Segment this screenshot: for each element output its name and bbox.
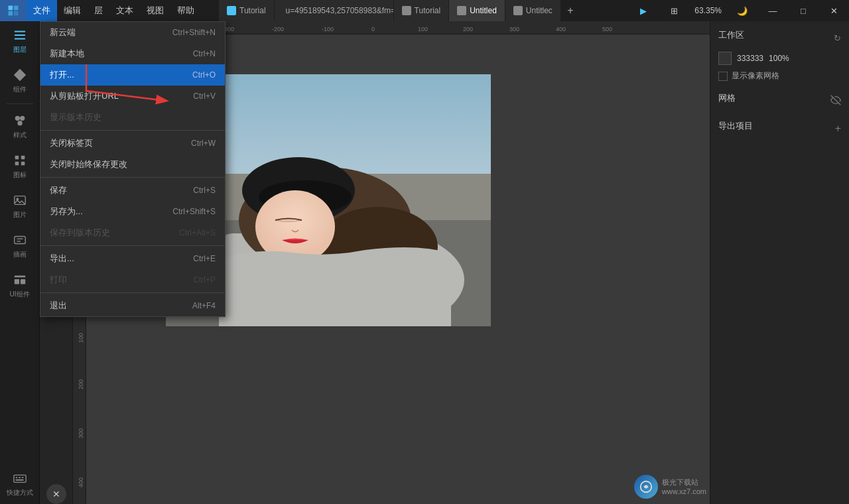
menu-help[interactable]: 帮助	[170, 0, 201, 21]
menu-quit[interactable]: 退出 Alt+F4	[40, 295, 225, 316]
titlebar: 文件 编辑 层 文本 视图 帮助 Tutorial u=495189543,25…	[0, 0, 849, 21]
svg-rect-3	[14, 11, 19, 16]
menu-new-cloud[interactable]: 新云端 Ctrl+Shift+N	[40, 22, 225, 43]
menu-text[interactable]: 文本	[109, 0, 140, 21]
menu-open-url[interactable]: 从剪贴板打开URL Ctrl+V	[40, 86, 225, 107]
app-icon	[0, 0, 27, 21]
menubar: 文件 编辑 层 文本 视图 帮助	[27, 0, 201, 21]
dropdown-overlay[interactable]: 新云端 Ctrl+Shift+N 新建本地 Ctrl+N 打开... Ctrl+…	[0, 21, 849, 504]
svg-rect-1	[14, 6, 19, 11]
svg-rect-0	[9, 6, 13, 11]
menu-open[interactable]: 打开... Ctrl+O	[40, 64, 225, 86]
moon-button[interactable]: 🌙	[727, 0, 757, 21]
menu-divider2	[40, 177, 225, 178]
minimize-button[interactable]: —	[757, 0, 788, 21]
menu-export[interactable]: 导出... Ctrl+E	[40, 248, 225, 269]
tab-icon	[457, 6, 466, 15]
play-button[interactable]: ▶	[628, 0, 659, 21]
menu-save-version: 保存到版本历史 Ctrl+Alt+S	[40, 222, 225, 243]
menu-divider4	[40, 292, 225, 293]
titlebar-right: ▶ ⊞ 63.35% 🌙 — □ ✕	[628, 0, 849, 21]
tab-add-button[interactable]: +	[561, 1, 580, 20]
menu-new-local[interactable]: 新建本地 Ctrl+N	[40, 43, 225, 64]
menu-close-tab[interactable]: 关闭标签页 Ctrl+W	[40, 133, 225, 154]
menu-file[interactable]: 文件	[27, 0, 57, 21]
tab-tutorial2[interactable]: Tutorial	[394, 0, 450, 21]
menu-edit[interactable]: 编辑	[57, 0, 88, 21]
grid-button[interactable]: ⊞	[659, 0, 689, 21]
menu-version-history: 显示版本历史	[40, 107, 225, 128]
menu-divider1	[40, 130, 225, 131]
menu-close-autosave[interactable]: 关闭时始终保存更改	[40, 154, 225, 175]
svg-rect-2	[9, 11, 13, 16]
zoom-control[interactable]: 63.35%	[689, 0, 727, 21]
menu-view[interactable]: 视图	[140, 0, 170, 21]
tab-untitled[interactable]: Untitled	[449, 0, 505, 21]
menu-divider3	[40, 245, 225, 246]
maximize-button[interactable]: □	[788, 0, 818, 21]
tab-icon	[513, 6, 523, 15]
tab-icon	[227, 6, 236, 15]
tab-icon	[402, 6, 411, 15]
tab-untitlec[interactable]: Untitlec	[505, 0, 561, 21]
tab-tutorial1[interactable]: Tutorial	[219, 0, 275, 21]
menu-print: 打印 Ctrl+P	[40, 269, 225, 290]
close-button[interactable]: ✕	[818, 0, 849, 21]
menu-layer[interactable]: 层	[88, 0, 109, 21]
menu-save[interactable]: 保存 Ctrl+S	[40, 180, 225, 201]
tab-image[interactable]: u=495189543,257058983&fm=...	[275, 0, 394, 21]
file-menu: 新云端 Ctrl+Shift+N 新建本地 Ctrl+N 打开... Ctrl+…	[40, 21, 226, 317]
menu-save-as[interactable]: 另存为... Ctrl+Shift+S	[40, 201, 225, 222]
